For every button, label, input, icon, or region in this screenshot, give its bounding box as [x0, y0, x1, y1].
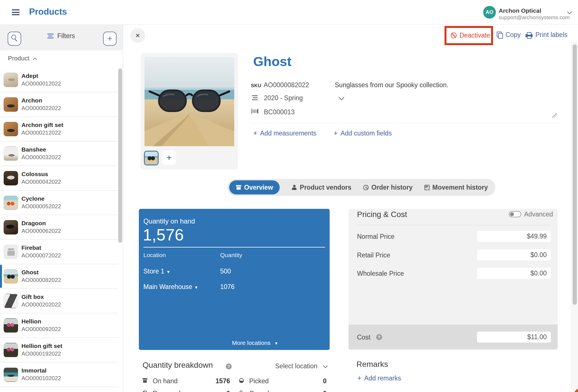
resize-handle-icon[interactable] — [552, 113, 557, 118]
divider — [251, 123, 562, 124]
product-list-name: Ghost — [21, 269, 39, 276]
location-row: Store 1▾ 500 — [139, 268, 325, 279]
tab-icon — [292, 185, 297, 190]
product-thumbnail — [4, 73, 18, 87]
tab[interactable]: Overview — [229, 180, 280, 194]
price-field[interactable]: $0.00 — [477, 268, 551, 279]
quantity-total: 1,576 — [143, 225, 184, 244]
deactivate-button[interactable]: Deactivate — [451, 32, 490, 39]
tab[interactable]: Product vendors — [292, 184, 351, 191]
product-photo[interactable] — [144, 57, 234, 146]
product-list-item[interactable]: Banshee AO0000032022 — [0, 141, 119, 166]
cost-field[interactable]: $11.00 — [477, 332, 551, 343]
tab-label: Product vendors — [300, 184, 351, 191]
chevron-down-icon — [323, 363, 328, 368]
product-thumbnail — [4, 294, 18, 308]
breakdown-icon — [239, 391, 243, 392]
product-list-name: Hellion — [21, 318, 41, 325]
add-measurements-label: Add measurements — [260, 130, 316, 137]
description-textarea[interactable]: Sunglasses from our Spooky collection. — [335, 81, 563, 89]
product-list-name: Adept — [21, 73, 38, 79]
add-measurements-link[interactable]: + Add measurements — [253, 129, 316, 137]
plus-icon: + — [334, 129, 338, 137]
print-labels-button[interactable]: Print labels — [526, 31, 568, 39]
close-button[interactable]: × — [130, 28, 145, 43]
barcode-field[interactable]: BC000013 — [264, 108, 295, 116]
help-icon[interactable]: ? — [376, 334, 382, 340]
location-dropdown[interactable]: Store 1▾ — [143, 268, 170, 275]
copy-icon — [497, 32, 503, 38]
sort-label: Product — [8, 55, 29, 62]
product-list-item[interactable]: Cyclone AO0000052022 — [0, 190, 119, 215]
breakdown-item: On hand 1576 — [143, 377, 230, 386]
hamburger-menu-icon[interactable] — [12, 9, 19, 15]
filters-button[interactable]: Filters — [47, 32, 75, 40]
price-field[interactable]: $0.00 — [477, 249, 551, 260]
product-list-item[interactable]: Colossus AO0000042022 — [0, 166, 119, 190]
location-dropdown[interactable]: Main Warehouse▾ — [143, 283, 198, 291]
advanced-label: Advanced — [524, 211, 553, 218]
sku-label: SKU — [251, 83, 261, 89]
product-list-name: Cyclone — [21, 195, 45, 202]
product-list-item[interactable]: Archon gift set AO0000212022 — [0, 117, 119, 141]
tab[interactable]: Order history — [363, 184, 413, 191]
product-list-item[interactable]: Immortal AO0000102022 — [0, 362, 119, 387]
quantity-title: Quantity on hand — [143, 217, 195, 225]
price-label: Normal Price — [357, 233, 395, 240]
sort-header[interactable]: Product — [0, 50, 123, 68]
add-product-button[interactable]: + — [103, 32, 117, 46]
product-list-item[interactable]: Ghost AO0000082022 — [0, 264, 119, 289]
top-bar: Products AO Archon Optical support@archo… — [0, 0, 578, 25]
triangle-down-icon: ▾ — [275, 341, 277, 346]
product-list-name: Archon — [21, 97, 42, 104]
tab-icon — [424, 185, 430, 190]
sidebar: Filters + Product Adept AO0000012022 Arc… — [0, 24, 123, 392]
product-list-name: Hellion gift set — [21, 343, 62, 349]
product-list-sku: AO0000032022 — [21, 154, 61, 161]
main-scrollbar-thumb[interactable] — [573, 44, 577, 305]
location-quantity: 500 — [220, 268, 231, 275]
help-icon[interactable]: ? — [226, 363, 232, 369]
sidebar-scrollbar[interactable] — [118, 69, 122, 243]
select-location-dropdown[interactable]: Select location — [275, 362, 327, 370]
search-button[interactable] — [8, 32, 21, 46]
add-remarks-link[interactable]: + Add remarks — [357, 374, 401, 382]
product-list-item[interactable]: Firebat AO0000072022 — [0, 240, 119, 264]
copy-button[interactable]: Copy — [497, 31, 521, 39]
tab[interactable]: Movement history — [424, 184, 488, 191]
breakdown-label: On hand — [153, 377, 178, 385]
product-list-item[interactable]: Dragoon AO0000062022 — [0, 215, 119, 240]
product-list-sku: AO0000192022 — [21, 351, 61, 357]
product-list-item[interactable]: Gift box AO0000202022 — [0, 289, 119, 313]
copy-label: Copy — [505, 31, 521, 39]
tab-label: Order history — [371, 184, 413, 191]
more-locations-label: More locations — [232, 340, 271, 346]
beach-thumbnail — [145, 152, 158, 165]
product-list-item[interactable]: Hellion gift set AO0000192022 — [0, 338, 119, 362]
divider — [143, 247, 325, 248]
image-thumbnail-selected[interactable] — [144, 151, 159, 165]
price-field[interactable]: $49.99 — [477, 231, 551, 242]
product-thumbnail — [4, 146, 18, 161]
product-list-item[interactable]: Archon AO0000022022 — [0, 92, 119, 117]
breakdown-value: 0 — [226, 390, 230, 392]
sort-ascending-icon — [33, 58, 37, 62]
product-list-item[interactable]: Hellion AO0000092022 — [0, 313, 119, 338]
advanced-toggle[interactable] — [509, 211, 521, 217]
print-labels-label: Print labels — [535, 31, 568, 39]
season-select[interactable]: 2020 - Spring — [264, 94, 303, 102]
add-image-button[interactable]: + — [162, 151, 176, 165]
product-list-name: Immortal — [21, 367, 47, 374]
product-name[interactable]: Ghost — [253, 54, 292, 69]
breakdown-item: Picked 0 — [239, 377, 327, 386]
price-row: Wholesale Price $0.00 — [349, 268, 558, 279]
more-locations-button[interactable]: More locations ▾ — [232, 340, 277, 346]
product-list-item[interactable]: Adept AO0000012022 — [0, 68, 119, 92]
chevron-down-icon[interactable] — [567, 10, 572, 14]
avatar[interactable]: AO — [483, 6, 496, 19]
product-thumbnail — [4, 318, 18, 333]
chevron-down-icon[interactable] — [339, 95, 344, 100]
product-list-name: Archon gift set — [21, 122, 63, 128]
add-custom-fields-link[interactable]: + Add custom fields — [334, 129, 392, 137]
sku-value[interactable]: AO0000082022 — [264, 81, 309, 89]
